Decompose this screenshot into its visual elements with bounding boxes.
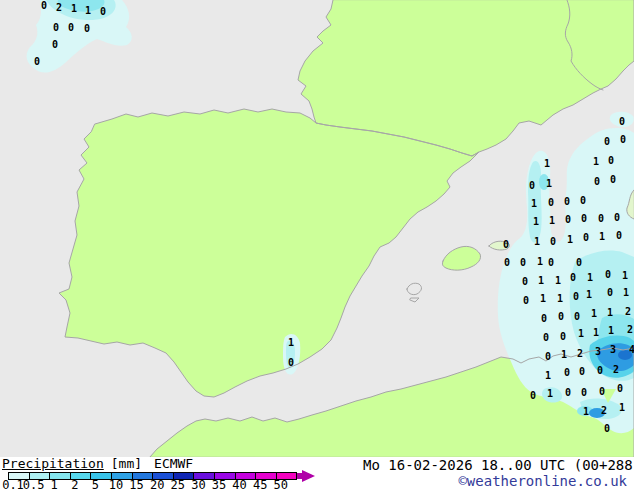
legend-tick: 50 <box>274 480 288 490</box>
precip-value: 0 <box>503 240 509 250</box>
precip-value: 1 <box>587 273 593 283</box>
precip-value: 1 <box>561 350 567 360</box>
precip-value: 0 <box>565 215 571 225</box>
precip-value: 2 <box>613 365 619 375</box>
precip-value: 3 <box>610 345 616 355</box>
precip-value: 0 <box>598 214 604 224</box>
precip-value: 0 <box>581 214 587 224</box>
precip-value: 0 <box>53 23 59 33</box>
precip-value: 0 <box>565 388 571 398</box>
legend-unit: [mm] <box>111 456 142 471</box>
precip-value: 0 <box>594 177 600 187</box>
precip-value: 1 <box>545 371 551 381</box>
precip-value: 0 <box>522 277 528 287</box>
precip-value: 2 <box>56 3 62 13</box>
precip-value: 1 <box>547 389 553 399</box>
legend-tick: 2 <box>71 480 78 490</box>
precip-value: 0 <box>523 296 529 306</box>
precip-value: 0 <box>605 270 611 280</box>
legend-tick: 1 <box>51 480 58 490</box>
precip-value: 0 <box>41 1 47 11</box>
legend-tick: 35 <box>212 480 226 490</box>
forecast-datetime: Mo 16-02-2026 18..00 UTC (00+288 <box>363 458 633 472</box>
precip-value: 0 <box>520 258 526 268</box>
precip-value: 3 <box>595 347 601 357</box>
precip-value: 1 <box>538 276 544 286</box>
precip-value: 0 <box>604 137 610 147</box>
precip-value: 1 <box>71 4 77 14</box>
precipitation-map-screenshot: 0211000000100001100100100011000001010100… <box>0 0 634 490</box>
precip-value: 1 <box>591 309 597 319</box>
precip-value: 0 <box>560 332 566 342</box>
copyright-watermark: ©weatheronline.co.uk <box>458 474 627 488</box>
precip-value: 0 <box>617 384 623 394</box>
precip-value: 0 <box>548 198 554 208</box>
precip-value: 0 <box>607 288 613 298</box>
legend-title-row: Precipitation[mm]ECMWF <box>2 457 193 471</box>
precip-value: 1 <box>85 6 91 16</box>
precip-value: 2 <box>627 325 633 335</box>
precip-value: 1 <box>533 217 539 227</box>
precip-value: 2 <box>577 349 583 359</box>
legend-tick: 45 <box>253 480 267 490</box>
precip-value: 0 <box>529 181 535 191</box>
precip-value: 1 <box>593 328 599 338</box>
precip-value: 0 <box>580 196 586 206</box>
legend-title: Precipitation <box>2 456 104 471</box>
precip-value: 0 <box>576 258 582 268</box>
precip-value: 1 <box>534 237 540 247</box>
legend-tick: 20 <box>150 480 164 490</box>
precip-value: 1 <box>607 308 613 318</box>
precip-value: 0 <box>614 213 620 223</box>
precip-value: 0 <box>52 40 58 50</box>
precip-value: 1 <box>555 276 561 286</box>
precip-value: 1 <box>537 257 543 267</box>
precip-value: 0 <box>84 24 90 34</box>
precip-value: 0 <box>100 7 106 17</box>
legend-tick: 0.1 <box>2 480 24 490</box>
legend-tick: 0.5 <box>23 480 45 490</box>
precip-value: 1 <box>549 216 555 226</box>
legend-tick: 10 <box>109 480 123 490</box>
legend-tick: 15 <box>129 480 143 490</box>
precip-value: 1 <box>578 329 584 339</box>
legend-tick: 40 <box>232 480 246 490</box>
precip-value: 1 <box>546 179 552 189</box>
precip-value: 1 <box>531 199 537 209</box>
precip-value: 0 <box>610 175 616 185</box>
precip-value: 0 <box>616 231 622 241</box>
precip-value: 1 <box>599 232 605 242</box>
precip-value: 0 <box>597 366 603 376</box>
precip-value: 0 <box>530 391 536 401</box>
precip-value: 1 <box>586 290 592 300</box>
map-canvas: 0211000000100001100100100011000001010100… <box>0 0 634 457</box>
precip-value: 1 <box>622 271 628 281</box>
precip-value: 0 <box>564 197 570 207</box>
precip-value: 0 <box>548 258 554 268</box>
precip-value: 0 <box>34 57 40 67</box>
model-name: ECMWF <box>154 456 193 471</box>
precip-value: 0 <box>550 237 556 247</box>
precip-value: 0 <box>543 333 549 343</box>
precip-value: 0 <box>583 233 589 243</box>
precip-value: 1 <box>583 407 589 417</box>
precip-value: 1 <box>557 294 563 304</box>
precip-value: 0 <box>604 424 610 434</box>
precip-value: 2 <box>625 307 631 317</box>
legend-tick: 5 <box>92 480 99 490</box>
precip-value: 1 <box>608 326 614 336</box>
map-svg <box>0 0 634 457</box>
precip-value: 0 <box>619 117 625 127</box>
legend-tick: 25 <box>171 480 185 490</box>
precip-value: 0 <box>574 312 580 322</box>
precip-value: 0 <box>541 314 547 324</box>
precip-value: 1 <box>623 288 629 298</box>
precip-value: 0 <box>564 368 570 378</box>
precip-value: 1 <box>619 403 625 413</box>
precip-value: 1 <box>544 159 550 169</box>
legend-footer: Precipitation[mm]ECMWF 0.10.512510152025… <box>0 457 634 490</box>
precip-value: 0 <box>504 258 510 268</box>
precip-value: 1 <box>567 235 573 245</box>
precip-value: 0 <box>545 352 551 362</box>
precip-value: 1 <box>593 157 599 167</box>
